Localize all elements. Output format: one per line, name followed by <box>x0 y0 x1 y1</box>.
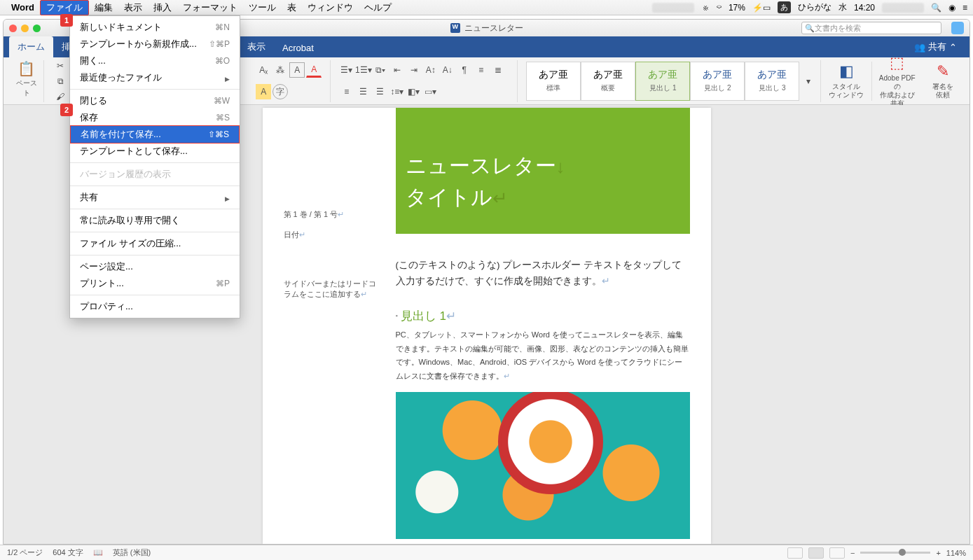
file-menu-item[interactable]: ページ設定... <box>70 258 240 275</box>
distributed-button[interactable]: ☰ <box>373 84 388 99</box>
body-paragraph[interactable]: PC、タブレット、スマートフォンから Word を使ってニュースレターを表示、編… <box>396 328 690 384</box>
zoom-percent[interactable]: 114% <box>946 549 966 557</box>
style-card[interactable]: あア亜見出し 1 <box>635 62 690 101</box>
increase-indent-button[interactable]: ⇥ <box>406 62 422 78</box>
align-right-button[interactable]: ≡ <box>339 84 354 99</box>
focus-mode-button[interactable] <box>787 547 803 559</box>
numbering-button[interactable]: 1☰▾ <box>356 62 371 78</box>
style-gallery-more[interactable]: ▾ <box>801 62 816 101</box>
doc-sidebar-note[interactable]: サイドバーまたはリードコラムをここに追加する↵ <box>284 279 382 300</box>
file-menu-item[interactable]: 最近使ったファイル <box>70 69 240 86</box>
show-marks-button[interactable]: ¶ <box>457 62 472 78</box>
volume-issue[interactable]: 第 1 巻 / 第 1 号↵ <box>284 209 382 220</box>
tab-view[interactable]: 表示 <box>239 36 274 57</box>
format-painter-button[interactable]: 🖌 <box>53 91 68 102</box>
close-window-button[interactable] <box>9 24 17 32</box>
cut-button[interactable]: ✂︎ <box>53 60 68 71</box>
tab-home[interactable]: ホーム <box>9 36 53 57</box>
file-menu-item[interactable]: テンプレートとして保存... <box>70 143 240 160</box>
decrease-indent-button[interactable]: ⇤ <box>389 62 405 78</box>
zoom-out-button[interactable]: − <box>850 549 855 557</box>
style-card[interactable]: あア亜標準 <box>526 62 581 101</box>
paste-button[interactable]: 📋 <box>18 60 35 77</box>
zoom-in-button[interactable]: + <box>936 549 940 557</box>
spotlight-icon[interactable]: 🔍 <box>931 3 941 13</box>
file-menu-item[interactable]: 開く...⌘O <box>70 52 240 69</box>
file-menu-item[interactable]: プロパティ... <box>70 298 240 315</box>
style-gallery: あア亜標準あア亜概要あア亜見出し 1あア亜見出し 2あア亜見出し 3 <box>526 62 799 101</box>
menu-help[interactable]: ヘルプ <box>359 0 397 15</box>
align-center-button[interactable]: ≣ <box>490 62 506 78</box>
file-menu-item[interactable]: 名前を付けて保存...⇧⌘S <box>70 125 240 144</box>
minimize-window-button[interactable] <box>21 24 29 32</box>
menu-insert[interactable]: 挿入 <box>148 0 177 15</box>
tab-acrobat[interactable]: Acrobat <box>274 38 322 57</box>
status-language[interactable]: 英語 (米国) <box>113 547 151 558</box>
heading-1[interactable]: 見出し 1↵ <box>396 308 690 324</box>
text-direction-button[interactable]: A↕ <box>423 62 439 78</box>
file-menu-item[interactable]: 新しいドキュメント⌘N <box>70 19 240 36</box>
spell-check-icon[interactable]: 📖 <box>93 548 103 557</box>
request-signature-button[interactable]: ✎ 署名を 依頼 <box>922 62 964 99</box>
bullets-button[interactable]: ☰▾ <box>339 62 354 78</box>
web-layout-button[interactable] <box>829 547 845 559</box>
shading-button[interactable]: ◧▾ <box>406 84 422 99</box>
search-input[interactable]: 🔍 文書内を検索 <box>801 22 941 34</box>
style-card[interactable]: あア亜見出し 3 <box>745 62 799 101</box>
menu-table[interactable]: 表 <box>282 0 302 15</box>
menu-tools[interactable]: ツール <box>243 0 282 15</box>
intro-paragraph[interactable]: (このテキストのような) プレースホルダー テキストをタップして入力するだけで、… <box>396 258 690 290</box>
styles-pane-button[interactable]: ◧ スタイル ウィンドウ <box>825 62 867 99</box>
file-menu-item[interactable]: 閉じる⌘W <box>70 92 240 109</box>
file-menu-item[interactable]: 共有 <box>70 189 240 206</box>
adobe-pdf-create-share-button[interactable]: ⬚ Adobe PDF の 作成および共有 <box>876 54 918 107</box>
enclose-characters-button[interactable]: 字 <box>272 84 288 99</box>
wifi-icon[interactable]: ⌔ <box>717 3 722 13</box>
print-layout-button[interactable] <box>808 547 824 559</box>
sort-button[interactable]: A↓ <box>440 62 455 78</box>
content-image[interactable] <box>396 392 690 539</box>
menu-format[interactable]: フォーマット <box>177 0 243 15</box>
window-controls <box>9 24 41 32</box>
file-menu-item[interactable]: 保存⌘S <box>70 109 240 126</box>
style-card[interactable]: あア亜見出し 2 <box>690 62 745 101</box>
borders-button[interactable]: ▭▾ <box>423 84 439 99</box>
highlight-button[interactable]: A <box>256 84 271 99</box>
character-border-button[interactable]: A <box>289 62 305 78</box>
multilevel-list-button[interactable]: ⧉▾ <box>373 62 388 78</box>
phonetic-guide-button[interactable]: ⁂ <box>272 62 288 78</box>
menu-view[interactable]: 表示 <box>118 0 148 15</box>
ime-indicator[interactable]: あ <box>778 1 791 13</box>
clear-formatting-button[interactable]: Aᵪ <box>256 62 271 78</box>
battery-icon[interactable]: ⚡▭ <box>752 3 771 13</box>
align-left-button[interactable]: ≡ <box>474 62 489 78</box>
file-menu-item[interactable]: 常に読み取り専用で開く <box>70 212 240 229</box>
word-doc-icon <box>450 23 460 33</box>
account-avatar[interactable] <box>951 22 964 34</box>
zoom-window-button[interactable] <box>33 24 41 32</box>
copy-button[interactable]: ⧉ <box>53 76 68 87</box>
font-color-button[interactable]: A <box>306 62 322 78</box>
date-placeholder[interactable]: 日付↵ <box>284 230 382 240</box>
hero-title-block[interactable]: ニュースレター↓ タイトル↵ <box>396 108 690 234</box>
callout-2: 2 <box>60 104 73 116</box>
line-spacing-button[interactable]: ↕≡▾ <box>389 84 405 99</box>
menu-file[interactable]: ファイル <box>40 0 89 15</box>
statusbar: 1/2 ページ 604 文字 📖 英語 (米国) − + 114% <box>0 545 973 560</box>
zoom-slider[interactable] <box>860 552 930 554</box>
bluetooth-icon[interactable]: ⨳ <box>701 3 710 13</box>
menu-window[interactable]: ウィンドウ <box>302 0 359 15</box>
siri-icon[interactable]: ◉ <box>948 3 955 13</box>
menu-edit[interactable]: 編集 <box>89 0 118 15</box>
mac-menubar: Word ファイル 編集 表示 挿入 フォーマット ツール 表 ウィンドウ ヘル… <box>0 0 973 15</box>
status-pages[interactable]: 1/2 ページ <box>7 547 43 558</box>
status-word-count[interactable]: 604 文字 <box>53 547 83 558</box>
file-menu-item[interactable]: テンプレートから新規作成...⇧⌘P <box>70 36 240 52</box>
callout-1: 1 <box>60 14 73 27</box>
style-card[interactable]: あア亜概要 <box>581 62 635 101</box>
file-menu-item[interactable]: ファイル サイズの圧縮... <box>70 235 240 252</box>
notification-center-icon[interactable]: ≡ <box>962 3 967 13</box>
app-name[interactable]: Word <box>11 2 34 13</box>
file-menu-item[interactable]: プリント...⌘P <box>70 275 240 292</box>
justify-button[interactable]: ☰ <box>356 84 371 99</box>
